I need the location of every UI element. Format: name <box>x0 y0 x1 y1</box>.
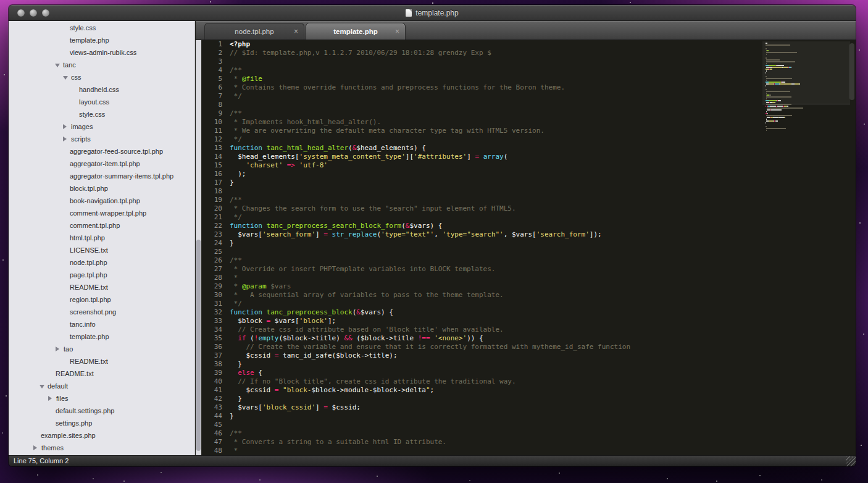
code-line-3[interactable] <box>230 57 856 66</box>
tree-folder-default[interactable]: default <box>9 380 194 392</box>
disclosure-open-icon[interactable] <box>40 385 44 388</box>
code-line-37[interactable]: $cssid = tanc_id_safe($block->title); <box>230 351 856 360</box>
disclosure-closed-icon[interactable] <box>63 124 67 129</box>
code-line-18[interactable] <box>230 187 856 196</box>
tree-folder-css[interactable]: css <box>9 71 194 83</box>
tab-node-tpl-php[interactable]: node.tpl.php × <box>204 23 304 40</box>
sidebar-scrollbar[interactable] <box>196 40 202 455</box>
code-line-36[interactable]: // Create the variable and ensure that i… <box>230 343 856 351</box>
code-line-5[interactable]: * @file <box>230 75 856 83</box>
code-line-47[interactable]: * Converts a string to a suitable html I… <box>230 438 856 447</box>
tree-file-README.txt[interactable]: README.txt <box>9 281 194 293</box>
code-line-24[interactable]: } <box>230 239 856 248</box>
code-line-35[interactable]: if (!empty($block->title) && ($block->ti… <box>230 334 856 343</box>
code-line-2[interactable]: // $Id: template.php,v 1.1.2.7 2010/06/2… <box>230 49 856 57</box>
tree-file-settings.php[interactable]: settings.php <box>9 417 194 429</box>
code-line-46[interactable]: /** <box>230 429 856 438</box>
close-tab-icon[interactable]: × <box>294 27 298 36</box>
code-line-27[interactable]: * Override or insert PHPTemplate variabl… <box>230 265 856 274</box>
editor-scrollbar-thumb[interactable] <box>849 43 854 100</box>
resize-grip[interactable] <box>846 456 856 466</box>
tree-folder-images[interactable]: images <box>9 120 194 133</box>
code-line-34[interactable]: // Create css id attribute based on 'Blo… <box>230 326 856 334</box>
code-line-11[interactable]: * We are overwriting the default meta ch… <box>230 127 856 135</box>
code-line-33[interactable]: $block = $vars['block']; <box>230 317 856 326</box>
tree-file-node.tpl.php[interactable]: node.tpl.php <box>9 256 194 269</box>
code-line-23[interactable]: $vars['search_form'] = str_replace('type… <box>230 230 856 239</box>
code-line-42[interactable]: } <box>230 395 856 403</box>
tree-file-aggregator-feed-source.tpl.php[interactable]: aggregator-feed-source.tpl.php <box>9 145 194 158</box>
code-line-48[interactable]: * <box>230 447 856 455</box>
minimap[interactable] <box>766 43 847 132</box>
tree-file-aggregator-summary-items.tpl.php[interactable]: aggregator-summary-items.tpl.php <box>9 170 194 182</box>
tree-file-book-navigation.tpl.php[interactable]: book-navigation.tpl.php <box>9 195 194 207</box>
code-line-14[interactable]: $head_elements['system_meta_content_type… <box>230 153 856 161</box>
code-line-29[interactable]: * @param $vars <box>230 282 856 291</box>
code-line-41[interactable]: $cssid = "block-$block->module-$block->d… <box>230 386 856 395</box>
tree-file-html.tpl.php[interactable]: html.tpl.php <box>9 232 194 244</box>
tree-file-example.sites.php[interactable]: example.sites.php <box>9 429 194 442</box>
sidebar-scrollbar-thumb[interactable] <box>196 240 201 452</box>
code-line-39[interactable]: else { <box>230 369 856 377</box>
tree-file-region.tpl.php[interactable]: region.tpl.php <box>9 293 194 306</box>
code-line-22[interactable]: function tanc_preprocess_search_block_fo… <box>230 222 856 230</box>
close-tab-icon[interactable]: × <box>395 27 399 36</box>
code-line-10[interactable]: * Implements hook_html_head_alter(). <box>230 118 856 127</box>
code-line-12[interactable]: */ <box>230 135 856 144</box>
code-line-21[interactable]: */ <box>230 213 856 222</box>
tree-folder-tanc[interactable]: tanc <box>9 59 194 71</box>
code-line-44[interactable]: } <box>230 412 856 421</box>
tree-file-template.php[interactable]: template.php <box>9 330 194 343</box>
code-line-25[interactable] <box>230 248 856 256</box>
code-line-1[interactable]: <?php <box>230 40 856 49</box>
tree-file-style.css[interactable]: style.css <box>9 108 194 120</box>
tree-file-comment-wrapper.tpl.php[interactable]: comment-wrapper.tpl.php <box>9 207 194 219</box>
code-line-8[interactable] <box>230 101 856 109</box>
code-line-13[interactable]: function tanc_html_head_alter(&$head_ele… <box>230 144 856 153</box>
tree-folder-files[interactable]: files <box>9 392 194 405</box>
disclosure-closed-icon[interactable] <box>33 445 37 450</box>
code-line-6[interactable]: * Contains theme override functions and … <box>230 83 856 92</box>
code-line-9[interactable]: /** <box>230 109 856 118</box>
code-line-7[interactable]: */ <box>230 92 856 101</box>
code-content[interactable]: <?php// $Id: template.php,v 1.1.2.7 2010… <box>230 40 856 455</box>
disclosure-closed-icon[interactable] <box>48 396 52 401</box>
window-titlebar[interactable]: template.php <box>9 5 856 21</box>
tree-file-comment.tpl.php[interactable]: comment.tpl.php <box>9 219 194 232</box>
tree-file-block.tpl.php[interactable]: block.tpl.php <box>9 182 194 195</box>
tree-file-template.php[interactable]: template.php <box>9 34 194 46</box>
code-line-19[interactable]: /** <box>230 196 856 204</box>
tree-file-aggregator-item.tpl.php[interactable]: aggregator-item.tpl.php <box>9 158 194 170</box>
tree-file-screenshot.png[interactable]: screenshot.png <box>9 306 194 318</box>
code-line-30[interactable]: * A sequential array of variables to pas… <box>230 291 856 300</box>
tree-file-style.css[interactable]: style.css <box>9 22 194 34</box>
tree-folder-scripts[interactable]: scripts <box>9 133 194 145</box>
code-line-38[interactable]: } <box>230 360 856 369</box>
disclosure-open-icon[interactable] <box>55 64 60 67</box>
tab-template-php[interactable]: template.php × <box>306 23 406 40</box>
code-line-31[interactable]: */ <box>230 300 856 308</box>
code-line-16[interactable]: ); <box>230 170 856 178</box>
code-line-40[interactable]: // If no "Block title", create css id at… <box>230 377 856 386</box>
tree-file-handheld.css[interactable]: handheld.css <box>9 83 194 96</box>
disclosure-closed-icon[interactable] <box>56 346 59 351</box>
tree-file-page.tpl.php[interactable]: page.tpl.php <box>9 269 194 281</box>
tree-folder-themes[interactable]: themes <box>9 442 194 454</box>
tree-file-tanc.info[interactable]: tanc.info <box>9 318 194 330</box>
code-line-45[interactable] <box>230 421 856 429</box>
code-line-26[interactable]: /** <box>230 256 856 265</box>
tree-file-README.txt[interactable]: README.txt <box>9 368 194 380</box>
minimap-viewport[interactable] <box>762 41 850 104</box>
tree-folder-tao[interactable]: tao <box>9 343 194 355</box>
disclosure-open-icon[interactable] <box>63 76 68 80</box>
code-line-15[interactable]: 'charset' => 'utf-8' <box>230 161 856 170</box>
code-line-28[interactable]: * <box>230 274 856 282</box>
tree-file-README.txt[interactable]: README.txt <box>9 355 194 368</box>
tree-file-default.settings.php[interactable]: default.settings.php <box>9 405 194 417</box>
code-line-20[interactable]: * Changes the search form to use the "se… <box>230 204 856 213</box>
tree-file-views-admin-rubik.css[interactable]: views-admin-rubik.css <box>9 46 194 59</box>
code-line-32[interactable]: function tanc_preprocess_block(&$vars) { <box>230 308 856 317</box>
code-line-17[interactable]: } <box>230 178 856 187</box>
code-line-43[interactable]: $vars['block_cssid'] = $cssid; <box>230 403 856 412</box>
tree-file-layout.css[interactable]: layout.css <box>9 96 194 108</box>
